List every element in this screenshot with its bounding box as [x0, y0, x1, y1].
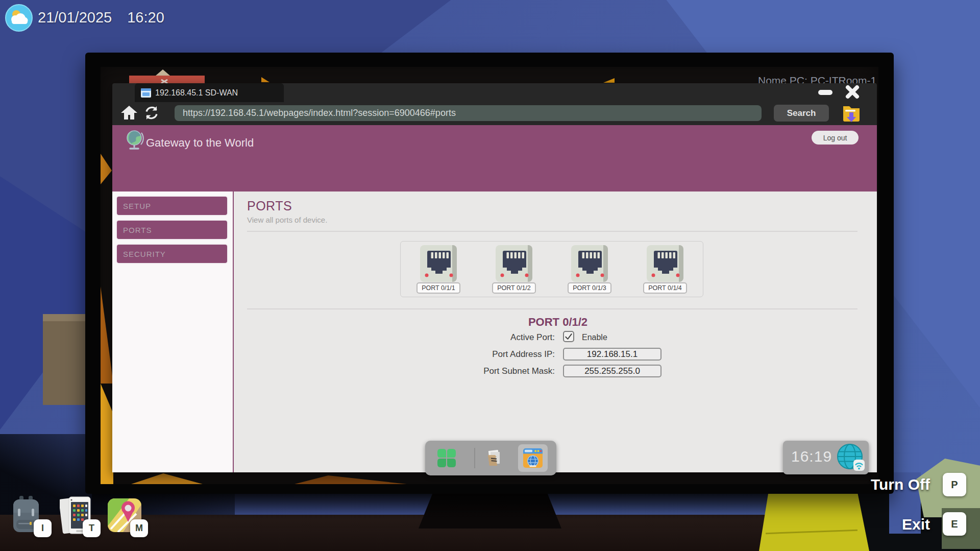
exit-key-badge[interactable]: E: [943, 512, 966, 536]
wallpaper-shape: [261, 77, 270, 82]
sidebar-item-security[interactable]: SECURITY: [116, 244, 228, 264]
sidebar-nav: SETUP PORTS SECURITY: [112, 191, 234, 472]
close-icon[interactable]: [844, 84, 861, 100]
turn-off-action[interactable]: Turn Off: [871, 476, 930, 493]
taskbar-clock[interactable]: 16:19: [783, 441, 869, 474]
ip-label: Port Address IP:: [234, 349, 555, 360]
browser-app-icon[interactable]: [523, 448, 543, 468]
exit-label: Exit: [902, 516, 930, 533]
virtual-desktop: Nome PC: PC-ITRoom-1 192.168.45.1 SD-WAN…: [101, 67, 878, 484]
refresh-icon[interactable]: [144, 105, 159, 123]
turn-off-key-badge[interactable]: P: [943, 473, 966, 496]
file-explorer-icon[interactable]: [484, 448, 505, 470]
router-web-page: Gateway to the World Log out SETUP PORTS…: [112, 125, 877, 472]
tablet-key-label: T: [89, 523, 94, 534]
wallpaper-shape: [101, 286, 113, 384]
ip-input[interactable]: [563, 348, 662, 361]
browser-window: 192.168.45.1 SD-WAN https://192.168.45.1…: [112, 83, 877, 472]
port-item[interactable]: PORT 0/1/3: [568, 245, 611, 294]
turn-off-label: Turn Off: [871, 476, 930, 493]
site-header: Gateway to the World Log out: [112, 125, 877, 191]
inventory-key-label: I: [41, 523, 44, 534]
taskbar-time: 16:19: [791, 448, 832, 465]
ports-overview: PORT 0/1/1 PORT 0/1/2: [400, 241, 703, 297]
page-subtitle: View all ports of device.: [247, 215, 327, 224]
bookmarks-folder-icon[interactable]: [841, 103, 862, 126]
port-detail-title: PORT 0/1/2: [466, 316, 650, 329]
home-icon[interactable]: [120, 104, 138, 124]
ethernet-port-icon: [571, 245, 608, 282]
address-bar[interactable]: https://192.168.45.1/webpages/index.html…: [175, 105, 762, 121]
port-label: PORT 0/1/2: [492, 282, 536, 294]
search-button[interactable]: Search: [774, 105, 829, 122]
page-title: PORTS: [247, 199, 292, 213]
minimize-button[interactable]: [818, 90, 832, 95]
port-item[interactable]: PORT 0/1/4: [643, 245, 687, 294]
wallpaper-shape: [101, 154, 112, 184]
turn-off-key-label: P: [951, 479, 958, 491]
taskbar: [425, 441, 556, 475]
exit-action[interactable]: Exit: [902, 516, 930, 533]
logout-button[interactable]: Log out: [812, 131, 859, 145]
taskbar-divider: [474, 448, 475, 468]
tablet-key-badge[interactable]: T: [83, 519, 101, 537]
globe-icon: [125, 129, 144, 153]
ports-panel: PORTS View all ports of device. PORT 0/1…: [234, 191, 877, 472]
port-label: PORT 0/1/3: [568, 282, 611, 294]
sidebar-item-ports[interactable]: PORTS: [116, 220, 228, 240]
divider: [247, 231, 857, 232]
ethernet-port-icon: [647, 245, 683, 282]
weather-icon[interactable]: [5, 4, 33, 34]
port-label: PORT 0/1/4: [643, 282, 687, 294]
divider: [247, 308, 857, 309]
yellow-notebook: [759, 489, 869, 551]
network-globe-icon[interactable]: [837, 443, 865, 474]
inventory-key-badge[interactable]: I: [34, 519, 52, 537]
port-label: PORT 0/1/1: [416, 282, 460, 294]
ethernet-port-icon: [420, 245, 457, 282]
enable-label: Enable: [582, 333, 607, 342]
wallpaper-shape: [295, 475, 407, 484]
active-port-label: Active Port:: [234, 332, 555, 343]
wallpaper-shape: [131, 473, 203, 484]
wallpaper-shape: [101, 384, 113, 484]
port-item[interactable]: PORT 0/1/2: [492, 245, 536, 294]
exit-key-label: E: [951, 518, 958, 530]
port-item[interactable]: PORT 0/1/1: [416, 245, 460, 294]
tab-title: 192.168.45.1 SD-WAN: [155, 88, 238, 98]
map-key-label: M: [135, 523, 143, 534]
start-petals-icon[interactable]: [436, 448, 457, 470]
sidebar-item-setup[interactable]: SETUP: [116, 196, 228, 216]
active-port-checkbox[interactable]: [563, 331, 574, 342]
hud-datetime: 21/01/2025 16:20: [38, 9, 164, 26]
banner-flag: [156, 69, 170, 76]
wallpaper-shape: [603, 78, 615, 83]
subnet-label: Port Subnet Mask:: [234, 366, 555, 376]
monitor: Nome PC: PC-ITRoom-1 192.168.45.1 SD-WAN…: [85, 53, 894, 494]
site-title: Gateway to the World: [146, 136, 254, 150]
browser-tab[interactable]: 192.168.45.1 SD-WAN: [135, 83, 284, 102]
map-key-badge[interactable]: M: [130, 519, 148, 537]
subnet-input[interactable]: [563, 365, 662, 377]
hud-date: 21/01/2025: [38, 9, 112, 26]
tab-favicon: [141, 88, 151, 98]
ethernet-port-icon: [496, 245, 532, 282]
hud-time: 16:20: [127, 9, 164, 26]
